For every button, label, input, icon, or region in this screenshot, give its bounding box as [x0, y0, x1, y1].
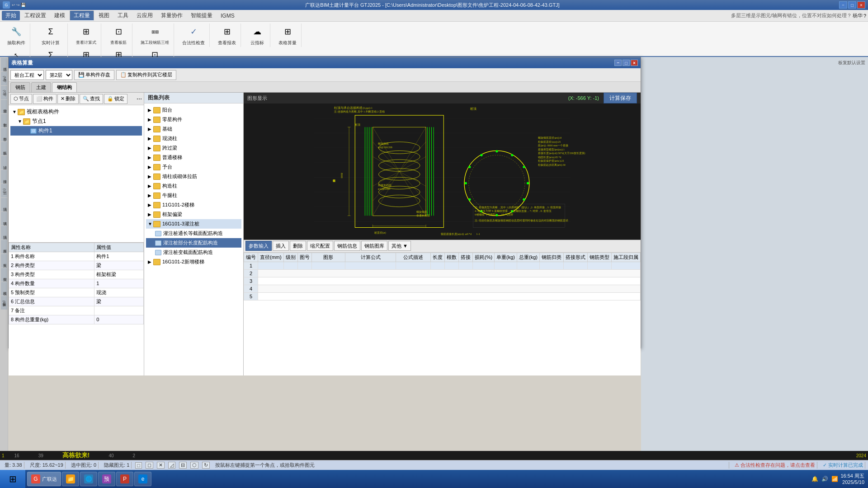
side-label-thickness[interactable]: 板厚 [1, 240, 7, 253]
save-icon[interactable]: 💾 [21, 3, 26, 7]
row-1-length[interactable] [430, 262, 444, 269]
row-1-lap[interactable] [458, 262, 472, 269]
calc-save-button[interactable]: 计算保存 [604, 93, 637, 103]
prop-value-5[interactable]: 现浇 [94, 288, 144, 297]
lock-button[interactable]: 🔒 锁定 [104, 94, 127, 104]
undo-icon[interactable]: ↩ [12, 3, 15, 7]
row-1-drawing[interactable] [297, 262, 311, 269]
row-1-type[interactable] [588, 262, 612, 269]
copy-component-button[interactable]: 📋 复制构件到其它楼层 [116, 70, 176, 80]
gallery-item-balcony[interactable]: ▶ 阳台 [146, 105, 241, 115]
insert-button[interactable]: 插入 [273, 241, 289, 251]
gallery-subitem-partial-rebar[interactable]: 灌注桩部分长度配筋构造 [146, 238, 241, 248]
menu-item-igms[interactable]: IGMS [217, 12, 238, 20]
close-button[interactable]: × [857, 1, 865, 9]
prop-value-2[interactable]: 梁 [94, 261, 144, 270]
redo-icon[interactable]: ↪ [16, 3, 20, 7]
draw-tool-4[interactable]: ◿ [168, 462, 175, 469]
view-rebar-button[interactable]: ⊡ 查看板筋 [108, 23, 128, 47]
save-component-button[interactable]: 💾 单构件存盘 [74, 70, 114, 80]
tree-root[interactable]: ▼ 📁 视框表格构件 [10, 107, 142, 117]
side-label-protrude[interactable]: 板突 [1, 268, 7, 282]
side-label-c[interactable]: 导(C) [1, 86, 7, 99]
realtime-calc-button[interactable]: Σ 实时计算 [40, 23, 61, 47]
row-1-waste[interactable] [472, 262, 494, 269]
gallery-item-wall-tie[interactable]: ▶ 墙柱或砌体拉筋 [146, 172, 241, 181]
menu-item-collab[interactable]: 算量协作 [157, 11, 186, 20]
help-icon[interactable]: ? [863, 13, 866, 19]
tree-node1[interactable]: ▼ 📁 节点1 [10, 117, 142, 126]
node-button[interactable]: ⬡ 节点 [10, 94, 32, 104]
gallery-subitem-full-rebar[interactable]: 灌注桩通长等截面配筋构造 [146, 229, 241, 238]
gallery-item-platform[interactable]: ▶ 予台 [146, 162, 241, 172]
tab-civil[interactable]: 土建 [31, 82, 51, 92]
legal-check-status[interactable]: ⚠ 合法性检查存在问题，请点击查看 [733, 462, 817, 469]
stage-rebar-button[interactable]: ⊞⊞ 施工段钢筋三维 [139, 23, 171, 47]
component-button[interactable]: ⬜ 构件 [33, 94, 57, 104]
row-1-lap-type[interactable] [564, 262, 588, 269]
draw-tool-6[interactable]: ⬡ [190, 462, 198, 469]
side-label-add[interactable]: 增量 [1, 100, 7, 113]
row-1-desc[interactable] [396, 262, 431, 269]
taskbar-app-pdf[interactable]: P [116, 472, 133, 486]
menu-item-view[interactable]: 视图 [95, 11, 113, 20]
side-label-filter[interactable]: 过滤 [1, 156, 7, 169]
tray-icon-2[interactable]: 🔊 [821, 475, 829, 483]
row-1-stage[interactable] [612, 262, 641, 269]
menu-item-engineering[interactable]: 工程量 [70, 10, 94, 21]
side-label-layer[interactable]: 层(L) [1, 184, 7, 197]
taskbar-app-files[interactable]: 📁 [62, 472, 79, 486]
side-label-m[interactable]: 导(M) [1, 72, 7, 85]
gallery-item-frame-beam[interactable]: ▶ 框架偏梁 [146, 210, 241, 219]
taskbar-app-edge[interactable]: e [134, 472, 151, 486]
other-button[interactable]: 其他 ▼ [388, 241, 411, 251]
side-label-cast2[interactable]: 现浇 [1, 226, 7, 239]
view-quantity-button[interactable]: ⊞ 查看计算式 [74, 23, 98, 47]
rebar-row-2[interactable]: 2 [244, 269, 641, 277]
rebar-gallery-button[interactable]: 钢筋图库 [361, 241, 387, 251]
delete-tree-button[interactable]: ✕ 删除 [57, 94, 79, 104]
row-1-unit-wt[interactable] [495, 262, 517, 269]
prop-value-4[interactable]: 1 [94, 279, 144, 288]
project-select[interactable]: 桩台工程 [10, 70, 44, 80]
tray-icon-1[interactable]: 🔔 [811, 475, 819, 483]
gallery-item-construct-col[interactable]: ▶ 构造柱 [146, 181, 241, 191]
legal-check-button[interactable]: ✓ 合法性检查 [180, 23, 207, 47]
prop-value-1[interactable]: 构件1 [94, 252, 144, 261]
row-1-formula[interactable] [345, 262, 396, 269]
delete-rebar-button[interactable]: 删除 [290, 241, 306, 251]
gallery-item-16g-stair[interactable]: ▶ 16G101-2新增楼梯 [146, 257, 241, 267]
row-1-cat[interactable] [540, 262, 564, 269]
gallery-item-cast-column[interactable]: ▶ 现浇柱 [146, 134, 241, 143]
gallery-item-foundation[interactable]: ▶ 基础 [146, 124, 241, 134]
side-label-connect[interactable]: 连接 [1, 170, 7, 183]
param-input-button[interactable]: 参数输入 [245, 241, 272, 251]
rebar-row-4[interactable]: 4 [244, 285, 641, 292]
row-1-grade[interactable] [283, 262, 297, 269]
scale-config-button[interactable]: 缩尺配置 [307, 241, 333, 251]
tray-icon-3[interactable]: 📶 [830, 475, 839, 483]
maximize-button[interactable]: □ [848, 1, 856, 9]
side-label-strip[interactable]: 带形 [1, 128, 7, 141]
gallery-item-stair[interactable]: ▶ 普通楼梯 [146, 153, 241, 162]
gallery-subitem-variable-rebar[interactable]: 灌注桩变截面配筋构造 [146, 248, 241, 257]
rebar-row-1[interactable]: 1 [244, 262, 641, 269]
view-report-button[interactable]: ⊞ 查看报表 [216, 23, 238, 47]
dialog-close[interactable]: × [631, 60, 638, 66]
dialog-minimize[interactable]: － [614, 60, 622, 66]
side-label-select[interactable]: 选择 [1, 58, 7, 71]
menu-item-cloud[interactable]: 云应用 [133, 11, 156, 20]
tab-steel[interactable]: 钢结构 [52, 82, 77, 92]
menu-item-settings[interactable]: 工程设置 [21, 11, 50, 20]
menu-item-tools[interactable]: 工具 [114, 11, 132, 20]
more-button[interactable]: ⋯ [137, 96, 142, 102]
draw-tool-3[interactable]: ✕ [157, 462, 165, 469]
menu-item-start[interactable]: 开始 [2, 11, 20, 20]
side-label-formwork[interactable]: 模板 [1, 282, 7, 296]
draw-tool-7[interactable]: ↻ [202, 462, 210, 469]
draw-tool-2[interactable]: ◻ [146, 462, 153, 469]
menu-item-build[interactable]: 建模 [51, 11, 69, 20]
minimize-button[interactable]: － [839, 1, 847, 9]
taskbar-app-gtj[interactable]: G 广联达 [27, 472, 61, 486]
gallery-item-11g-stair[interactable]: ▶ 11G101-2楼梯 [146, 200, 241, 210]
